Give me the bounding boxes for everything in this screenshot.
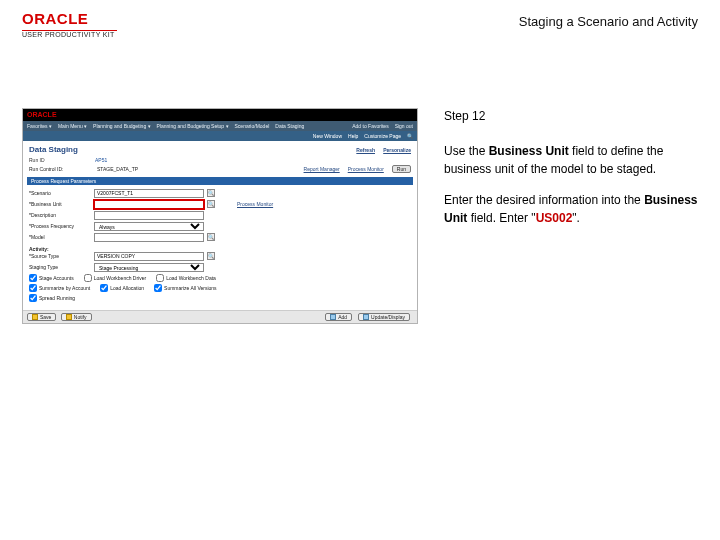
bold-business-unit-1: Business Unit <box>489 144 569 158</box>
chk-load-wb-driver-box[interactable] <box>84 274 92 282</box>
step-label: Step 12 <box>444 108 698 125</box>
notify-button[interactable]: Notify <box>61 313 92 321</box>
scenario-lookup-icon[interactable]: 🔍 <box>207 189 215 197</box>
description-input[interactable] <box>94 211 204 220</box>
app-screenshot: ORACLE Favorites ▾ Main Menu ▾ Planning … <box>22 108 418 324</box>
source-type-label: Source Type <box>29 253 91 259</box>
business-unit-lookup-icon[interactable]: 🔍 <box>207 200 215 208</box>
check-row-2: Summarize by Account Load Allocation Sum… <box>29 284 411 292</box>
business-unit-label: Business Unit <box>29 201 91 207</box>
app-oracle-logo: ORACLE <box>27 111 57 119</box>
enter-value: US002 <box>536 211 573 225</box>
add-button[interactable]: Add <box>325 313 352 321</box>
app-navbar: Favorites ▾ Main Menu ▾ Planning and Bud… <box>23 121 417 131</box>
link-process-monitor[interactable]: Process Monitor <box>348 166 384 172</box>
bottom-right: Add Update/Display <box>325 313 413 321</box>
link-personalize[interactable]: Personalize <box>383 147 411 153</box>
save-icon <box>32 314 38 320</box>
nav-planning[interactable]: Planning and Budgeting ▾ <box>93 123 151 129</box>
runcontrol-row: Run Control ID: STAGE_DATA_TP Report Man… <box>29 165 411 173</box>
chk-spread-running[interactable]: Spread Running <box>29 294 75 302</box>
screenshot-wrapper: ORACLE Favorites ▾ Main Menu ▾ Planning … <box>22 108 418 324</box>
run-button[interactable]: Run <box>392 165 411 173</box>
section-process-request: Process Request Parameters <box>27 177 413 185</box>
brand-block: ORACLE USER PRODUCTIVITY KIT <box>22 10 117 38</box>
nav-datastaging[interactable]: Data Staging <box>275 123 304 129</box>
nav-signout[interactable]: Sign out <box>395 123 413 129</box>
link-report-manager[interactable]: Report Manager <box>304 166 340 172</box>
check-row-3: Spread Running <box>29 294 411 302</box>
model-label: Model <box>29 234 91 240</box>
app-subbar: New Window Help Customize Page 🔍 <box>23 131 417 141</box>
instruction-panel: Step 12 Use the Business Unit field to d… <box>444 108 698 324</box>
notify-icon <box>66 314 72 320</box>
chk-stage-accounts-box[interactable] <box>29 274 37 282</box>
subnav-help[interactable]: Help <box>348 133 358 139</box>
chk-load-wb-data[interactable]: Load Workbench Data <box>156 274 216 282</box>
nav-mainmenu[interactable]: Main Menu ▾ <box>58 123 87 129</box>
chk-summarize-all[interactable]: Summarize All Versions <box>154 284 217 292</box>
runid-label: Run ID <box>29 157 89 163</box>
subnav-newwindow[interactable]: New Window <box>313 133 342 139</box>
runcontrol-label: Run Control ID: <box>29 166 89 172</box>
instruction-p2: Enter the desired information into the B… <box>444 192 698 227</box>
lesson-title: Staging a Scenario and Activity <box>519 10 698 29</box>
process-frequency-select[interactable]: Always <box>94 222 204 231</box>
app-body: Data Staging Refresh Personalize Run ID … <box>23 141 417 310</box>
subnav-customize[interactable]: Customize Page <box>364 133 401 139</box>
check-row-1: Stage Accounts Load Workbench Driver Loa… <box>29 274 411 282</box>
page-header: ORACLE USER PRODUCTIVITY KIT Staging a S… <box>0 0 720 42</box>
runid-value: AP51 <box>95 157 107 163</box>
add-icon <box>330 314 336 320</box>
nav-addfav[interactable]: Add to Favorites <box>352 123 388 129</box>
chk-load-allocation-box[interactable] <box>100 284 108 292</box>
chk-summarize-all-box[interactable] <box>154 284 162 292</box>
brand-upk: USER PRODUCTIVITY KIT <box>22 31 117 38</box>
nav-setup[interactable]: Planning and Budgeting Setup ▾ <box>157 123 229 129</box>
nav-scenario[interactable]: Scenario/Model <box>235 123 270 129</box>
description-label: Description <box>29 212 91 218</box>
link-process-monitor-2[interactable]: Process Monitor <box>237 201 411 207</box>
model-input[interactable] <box>94 233 204 242</box>
business-unit-input[interactable] <box>94 200 204 209</box>
update-display-button[interactable]: Update/Display <box>358 313 410 321</box>
instruction-p1: Use the Business Unit field to define th… <box>444 143 698 178</box>
scenario-input[interactable] <box>94 189 204 198</box>
bottom-left: Save Notify <box>27 313 95 321</box>
chk-load-wb-data-box[interactable] <box>156 274 164 282</box>
app-bottom-bar: Save Notify Add Update/Display <box>23 310 417 323</box>
activity-grid: Source Type 🔍 Staging Type Stage Process… <box>29 252 411 272</box>
save-button[interactable]: Save <box>27 313 56 321</box>
link-refresh[interactable]: Refresh <box>356 147 375 153</box>
page-title-links: Refresh Personalize <box>350 145 411 155</box>
chk-stage-accounts[interactable]: Stage Accounts <box>29 274 74 282</box>
chk-load-wb-driver[interactable]: Load Workbench Driver <box>84 274 146 282</box>
runid-row: Run ID AP51 <box>29 157 411 163</box>
page-title-row: Data Staging Refresh Personalize <box>29 145 411 155</box>
form-grid: Scenario 🔍 Business Unit 🔍 Process Monit… <box>29 189 411 242</box>
source-type-lookup-icon[interactable]: 🔍 <box>207 252 215 260</box>
chk-spread-running-box[interactable] <box>29 294 37 302</box>
subnav-search-icon[interactable]: 🔍 <box>407 133 413 139</box>
staging-type-label: Staging Type <box>29 264 91 270</box>
brand-oracle: ORACLE <box>22 10 117 27</box>
source-type-input[interactable] <box>94 252 204 261</box>
chk-load-allocation[interactable]: Load Allocation <box>100 284 144 292</box>
scenario-label: Scenario <box>29 190 91 196</box>
page-title: Data Staging <box>29 145 78 155</box>
update-icon <box>363 314 369 320</box>
model-lookup-icon[interactable]: 🔍 <box>207 233 215 241</box>
chk-summarize-account-box[interactable] <box>29 284 37 292</box>
runcontrol-value: STAGE_DATA_TP <box>97 166 138 172</box>
nav-favorites[interactable]: Favorites ▾ <box>27 123 52 129</box>
chk-summarize-account[interactable]: Summarize by Account <box>29 284 90 292</box>
staging-type-select[interactable]: Stage Processing <box>94 263 204 272</box>
app-topbar: ORACLE <box>23 109 417 121</box>
process-frequency-label: Process Frequency <box>29 223 91 229</box>
